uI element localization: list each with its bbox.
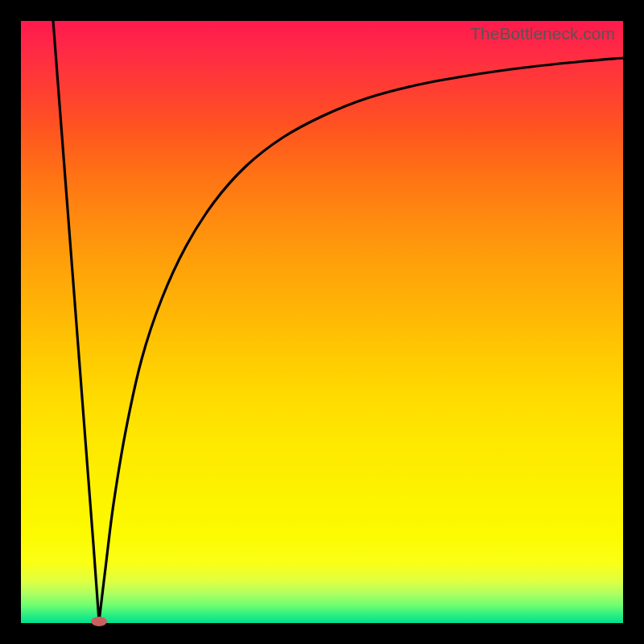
- plot-area: TheBottleneck.com: [21, 21, 623, 623]
- curve-svg: [21, 21, 623, 623]
- chart-container: TheBottleneck.com: [0, 0, 644, 644]
- bottleneck-curve: [53, 21, 623, 621]
- minimum-marker: [91, 617, 107, 626]
